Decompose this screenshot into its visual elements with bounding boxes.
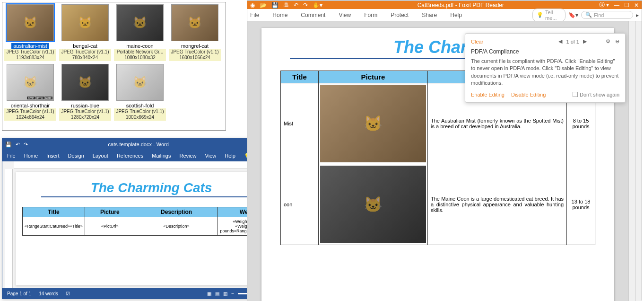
redo-icon[interactable]: ↷ — [303, 2, 308, 9]
cell-weight: 13 to 18 pounds — [567, 164, 595, 245]
menu-comment[interactable]: Comment — [301, 12, 325, 18]
lightbulb-icon: 💡 — [537, 12, 543, 18]
thumb-name: maine-coon — [114, 43, 166, 49]
cell-picture — [319, 83, 428, 164]
thumb-meta: JPEG TrueColor (v1.1) 1600x1066x24 — [169, 49, 221, 61]
thumb-oriental-shorthair[interactable]: XMP IPTC EXIF oriental-shorthair JPEG Tr… — [4, 64, 56, 121]
notif-title: PDF/A Compliance — [471, 48, 619, 55]
menu-help[interactable]: Help — [225, 153, 235, 159]
view-print-icon[interactable]: ▤ — [215, 291, 219, 296]
doc-heading: The Charming Cats — [22, 180, 280, 195]
cell-title: Mist — [281, 83, 319, 164]
thumb-name: russian-blue — [59, 103, 111, 108]
undo-icon[interactable]: ↶ — [294, 2, 298, 9]
cat-image — [320, 85, 426, 162]
find-input[interactable]: 🔍 Find — [581, 11, 633, 19]
menu-layout[interactable]: Layout — [93, 153, 108, 159]
menu-file[interactable]: File — [250, 12, 259, 18]
redo-icon[interactable]: ↷ — [24, 142, 28, 148]
thumb-image[interactable] — [61, 64, 109, 101]
word-title: cats-template.docx - Word — [28, 142, 249, 147]
view-readmode-icon[interactable]: ▦ — [207, 291, 211, 296]
collapse-icon[interactable]: ⊖ — [615, 38, 619, 44]
col-title: Title — [281, 71, 319, 83]
menu-design[interactable]: Design — [68, 153, 84, 159]
gear-icon[interactable]: ⚙ — [606, 38, 610, 44]
menu-insert[interactable]: Insert — [46, 153, 60, 159]
disable-editing-button[interactable]: Disable Editing — [511, 92, 546, 97]
hand-tool-icon[interactable]: ✋▾ — [313, 2, 322, 9]
menu-share[interactable]: Share — [422, 12, 437, 18]
bookmarks-icon[interactable]: 🔖▾ — [568, 12, 578, 18]
template-table: Title Picture Description Weight «RangeS… — [22, 207, 280, 236]
thumb-russian-blue[interactable]: russian-blue JPEG TrueColor (v1.1) 1280x… — [59, 64, 111, 121]
menu-form[interactable]: Form — [364, 12, 377, 18]
checkbox-icon[interactable] — [573, 92, 578, 97]
menu-file[interactable]: File — [7, 153, 16, 159]
clear-button[interactable]: Clear — [471, 39, 483, 44]
menu-review[interactable]: Review — [180, 153, 197, 159]
word-count[interactable]: 14 words — [39, 291, 58, 296]
thumb-image[interactable] — [7, 4, 54, 41]
menu-protect[interactable]: Protect — [391, 12, 409, 18]
image-browser-panel: australian-mist JPEG TrueColor (v1.1) 11… — [2, 2, 226, 131]
heading-underline — [41, 196, 261, 197]
cell-title: «RangeStart:CatBreed»«Title» — [23, 217, 85, 236]
thumb-image[interactable] — [61, 4, 109, 41]
user-icon[interactable]: ⓤ ▾ — [599, 1, 609, 9]
zoom-out-icon[interactable]: − — [231, 291, 234, 296]
foxit-title: CatBreeds.pdf - Foxit PDF Reader — [322, 2, 599, 9]
notif-counter: 1 of 1 — [566, 39, 579, 44]
thumb-maine-coon[interactable]: maine-coon Portable Network Gr... 1080x1… — [114, 4, 166, 61]
tell-me-search[interactable]: 💡 Tell me... — [532, 9, 566, 22]
thumb-image[interactable] — [116, 64, 164, 101]
menu-view[interactable]: View — [339, 12, 351, 18]
minimize-icon[interactable]: — — [614, 2, 619, 9]
vertical-ruler[interactable] — [5, 169, 13, 288]
thumb-image[interactable] — [116, 4, 164, 41]
notification-panel: Clear ◀ 1 of 1 ▶ ⚙ ⊖ PDF/A Compliance Th… — [465, 33, 626, 103]
menu-mailings[interactable]: Mailings — [152, 153, 171, 159]
menu-home[interactable]: Home — [272, 12, 287, 18]
thumb-meta: JPEG TrueColor (v1.1) 1024x864x24 — [4, 108, 56, 121]
thumb-meta: Portable Network Gr... 1080x1080x32 — [114, 49, 166, 61]
spellcheck-icon[interactable]: ☑ — [66, 291, 70, 296]
thumb-bengal-cat[interactable]: bengal-cat JPEG TrueColor (v1.1) 780x840… — [59, 4, 111, 61]
foxit-window: ◉ 📂 💾 🖶 ↶ ↷ ✋▾ CatBreeds.pdf - Foxit PDF… — [247, 0, 642, 301]
thumb-australian-mist[interactable]: australian-mist JPEG TrueColor (v1.1) 11… — [4, 4, 56, 61]
thumb-image[interactable]: XMP IPTC EXIF — [7, 64, 54, 101]
undo-icon[interactable]: ↶ — [16, 142, 20, 148]
menu-references[interactable]: References — [117, 153, 143, 159]
col-title: Title — [23, 207, 85, 217]
open-icon[interactable]: 📂 — [260, 2, 267, 9]
cell-description: «Description» — [135, 217, 218, 236]
vertical-scrollbar[interactable] — [628, 21, 635, 301]
menu-home[interactable]: Home — [24, 153, 38, 159]
thumb-image[interactable] — [171, 4, 218, 41]
thumb-name: bengal-cat — [59, 43, 111, 49]
foxit-titlebar: ◉ 📂 💾 🖶 ↶ ↷ ✋▾ CatBreeds.pdf - Foxit PDF… — [247, 1, 642, 9]
cell-picture: «PictUrl» — [85, 217, 135, 236]
print-icon[interactable]: 🖶 — [283, 2, 289, 9]
thumb-mongrel-cat[interactable]: mongrel-cat JPEG TrueColor (v1.1) 1600x1… — [169, 4, 221, 61]
thumb-scottish-fold[interactable]: scottish-fold JPEG TrueColor (v1.1) 1000… — [114, 64, 166, 121]
notif-body: The current file is compliant with PDF/A… — [471, 58, 619, 87]
save-icon[interactable]: 💾 — [5, 142, 12, 148]
close-icon[interactable]: ✕ — [634, 2, 639, 9]
word-page[interactable]: The Charming Cats Title Picture Descript… — [16, 172, 287, 285]
enable-editing-button[interactable]: Enable Editing — [471, 92, 505, 97]
right-sidebar[interactable] — [635, 21, 642, 301]
menu-help[interactable]: Help — [450, 12, 462, 18]
dont-show-checkbox[interactable]: Don't show again — [573, 92, 619, 97]
save-icon[interactable]: 💾 — [271, 2, 278, 9]
menu-view[interactable]: View — [205, 153, 217, 159]
overflow-icon[interactable]: ▸ — [636, 12, 639, 18]
maximize-icon[interactable]: ☐ — [624, 2, 629, 9]
cell-picture — [319, 164, 428, 245]
view-web-icon[interactable]: ▥ — [223, 291, 227, 296]
page-indicator[interactable]: Page 1 of 1 — [7, 291, 31, 296]
next-notif-icon[interactable]: ▶ — [583, 38, 587, 44]
foxit-logo-icon[interactable]: ◉ — [250, 2, 255, 9]
thumb-meta: JPEG TrueColor (v1.1) 1193x883x24 — [4, 49, 56, 61]
prev-notif-icon[interactable]: ◀ — [558, 38, 562, 44]
